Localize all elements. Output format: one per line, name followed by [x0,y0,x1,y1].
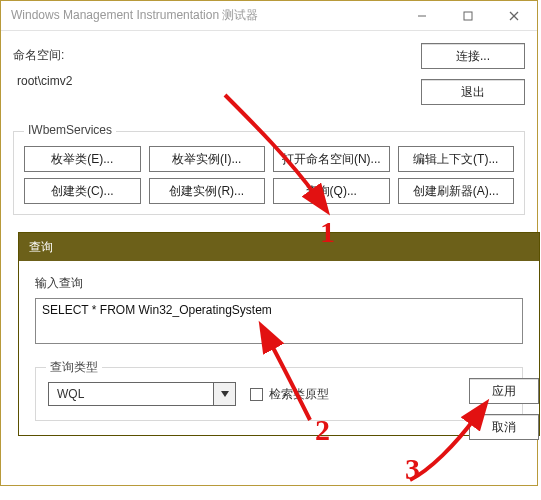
retrieve-class-proto-checkbox[interactable]: 检索类原型 [250,386,329,403]
titlebar: Windows Management Instrumentation 测试器 [1,1,537,31]
svg-rect-1 [464,12,472,20]
query-dialog: 查询 输入查询 查询类型 WQL 检索类原型 [18,232,540,436]
enum-instances-button[interactable]: 枚举实例(I)... [149,146,266,172]
query-type-value: WQL [57,387,84,401]
checkbox-label: 检索类原型 [269,386,329,403]
maximize-button[interactable] [445,1,491,31]
query-input[interactable] [35,298,523,344]
close-button[interactable] [491,1,537,31]
query-type-combo[interactable]: WQL [48,382,236,406]
iwbemservices-group: IWbemServices 枚举类(E)... 枚举实例(I)... 打开命名空… [13,131,525,215]
apply-button[interactable]: 应用 [469,378,539,404]
namespace-label: 命名空间: [13,47,421,64]
query-dialog-title: 查询 [29,239,53,256]
query-button[interactable]: 查询(Q)... [273,178,390,204]
svg-marker-4 [221,391,229,397]
create-refresher-button[interactable]: 创建刷新器(A)... [398,178,515,204]
edit-context-button[interactable]: 编辑上下文(T)... [398,146,515,172]
iwbemservices-legend: IWbemServices [24,123,116,137]
query-dialog-titlebar: 查询 [19,233,539,261]
connect-button[interactable]: 连接... [421,43,525,69]
enum-classes-button[interactable]: 枚举类(E)... [24,146,141,172]
query-input-label: 输入查询 [35,275,523,292]
window-title: Windows Management Instrumentation 测试器 [1,7,399,24]
chevron-down-icon [213,383,235,405]
namespace-value: root\cimv2 [13,74,421,88]
checkbox-box-icon [250,388,263,401]
cancel-button[interactable]: 取消 [469,414,539,440]
minimize-button[interactable] [399,1,445,31]
exit-button[interactable]: 退出 [421,79,525,105]
open-namespace-button[interactable]: 打开命名空间(N)... [273,146,390,172]
create-class-button[interactable]: 创建类(C)... [24,178,141,204]
create-instance-button[interactable]: 创建实例(R)... [149,178,266,204]
query-type-legend: 查询类型 [46,359,102,376]
query-type-group: 查询类型 WQL 检索类原型 [35,367,523,421]
dialog-action-column: 应用 取消 [469,378,539,440]
